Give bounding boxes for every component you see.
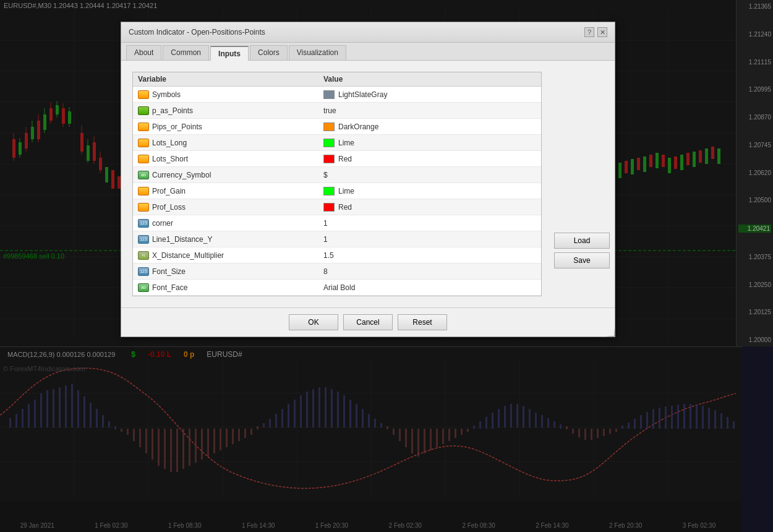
tab-bar: About Common Inputs Colors Visualization	[121, 43, 615, 61]
bottom-buttons: OK Cancel Reset	[121, 307, 615, 337]
var-icon-symbols	[138, 90, 149, 99]
save-button[interactable]: Save	[554, 252, 610, 268]
table-row: ab Font_Face Arial Bold	[133, 280, 541, 296]
table-row: Prof_Loss Red	[133, 199, 541, 215]
table-header: Variable Value	[133, 72, 541, 87]
var-icon-font-size: 123	[138, 267, 149, 276]
table-row: Symbols LightSlateGray	[133, 87, 541, 103]
dialog: Custom Indicator - Open-Positions-Points…	[121, 22, 615, 337]
table-row: Pips_or_Points DarkOrange	[133, 119, 541, 135]
table-row: Lots_Short Red	[133, 151, 541, 167]
load-button[interactable]: Load	[554, 233, 610, 249]
dialog-titlebar: Custom Indicator - Open-Positions-Points…	[121, 22, 615, 43]
table-row: Prof_Gain Lime	[133, 183, 541, 199]
inputs-table: Variable Value Symbols LightSlateGray p_	[132, 72, 542, 296]
color-swatch-symbols	[323, 90, 335, 99]
table-row: 123 corner 1	[133, 215, 541, 231]
col-header-value: Value	[323, 75, 536, 84]
dialog-help-button[interactable]: ?	[584, 27, 594, 37]
resize-handle[interactable]	[607, 329, 615, 337]
dialog-controls: ? ✕	[584, 27, 607, 37]
dialog-title: Custom Indicator - Open-Positions-Points	[129, 28, 265, 36]
col-header-variable: Variable	[138, 75, 323, 84]
color-swatch-lots-short	[323, 155, 335, 163]
var-icon-lots-short	[138, 155, 149, 163]
color-swatch-prof-gain	[323, 187, 335, 195]
tab-common[interactable]: Common	[163, 45, 209, 60]
table-row: 123 Font_Size 8	[133, 264, 541, 280]
color-swatch-pips	[323, 122, 335, 131]
table-row: p_as_Points true	[133, 103, 541, 119]
var-icon-corner: 123	[138, 219, 149, 228]
var-icon-lots-long	[138, 139, 149, 147]
table-row: ab Currency_Symbol $	[133, 167, 541, 183]
var-icon-prof-loss	[138, 203, 149, 212]
tab-colors[interactable]: Colors	[250, 45, 288, 60]
dialog-close-button[interactable]: ✕	[597, 27, 607, 37]
color-swatch-lots-long	[323, 139, 335, 147]
cancel-button[interactable]: Cancel	[343, 314, 393, 330]
side-action-buttons: Load Save	[548, 66, 610, 302]
reset-button[interactable]: Reset	[398, 314, 447, 330]
var-icon-x-distance: ½	[138, 251, 149, 260]
var-icon-currency-symbol: ab	[138, 171, 149, 179]
table-row: Lots_Long Lime	[133, 135, 541, 151]
tab-inputs[interactable]: Inputs	[210, 46, 249, 61]
var-icon-line1-distance: 123	[138, 235, 149, 244]
var-icon-p-as-points	[138, 106, 149, 115]
var-icon-prof-gain	[138, 187, 149, 195]
tab-about[interactable]: About	[126, 45, 161, 60]
var-icon-pips-or-points	[138, 122, 149, 131]
table-row: 123 Line1_Distance_Y 1	[133, 231, 541, 247]
var-icon-font-face: ab	[138, 283, 149, 292]
ok-button[interactable]: OK	[289, 314, 338, 330]
table-row: ½ X_Distance_Multiplier 1.5	[133, 247, 541, 264]
tab-visualization[interactable]: Visualization	[289, 45, 346, 60]
color-swatch-prof-loss	[323, 203, 335, 212]
